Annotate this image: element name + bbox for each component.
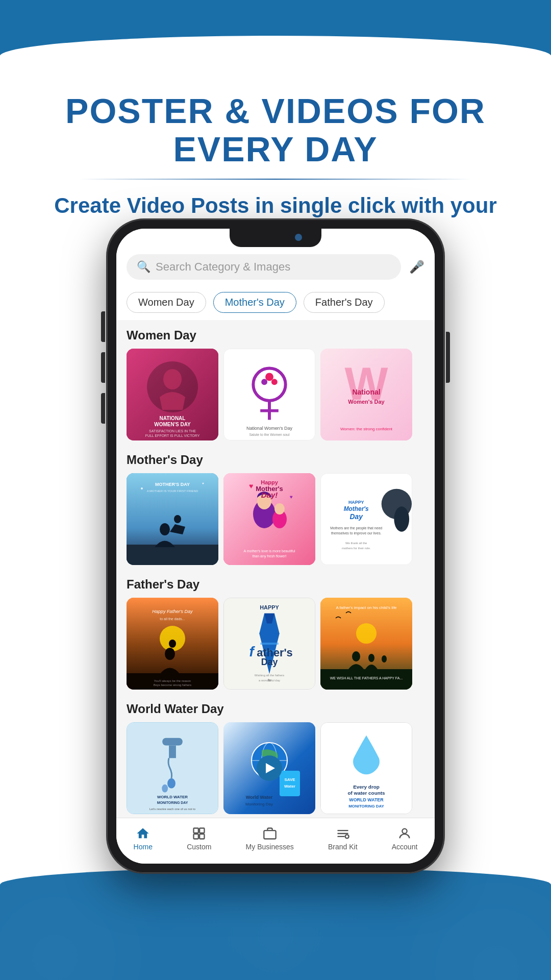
svg-text:A MOTHER IS YOUR FIRST FRIEND: A MOTHER IS YOUR FIRST FRIEND [147, 489, 198, 493]
svg-point-71 [356, 623, 377, 644]
svg-point-25 [141, 487, 143, 489]
svg-text:mothers for their role.: mothers for their role. [342, 547, 371, 550]
mic-icon[interactable]: 🎤 [409, 260, 424, 274]
nav-account[interactable]: Account [392, 826, 418, 851]
svg-text:WORLD WATER: WORLD WATER [349, 797, 384, 802]
svg-point-53 [165, 648, 175, 660]
svg-rect-104 [264, 830, 276, 839]
svg-point-54 [169, 640, 176, 648]
svg-point-26 [203, 483, 204, 484]
svg-text:Salute to the Women soul: Salute to the Women soul [249, 433, 290, 436]
svg-text:Water: Water [284, 784, 295, 789]
brandkit-icon [336, 826, 350, 841]
svg-text:Monitoring Day: Monitoring Day [245, 802, 273, 806]
screen-content[interactable]: 🔍 Search Category & Images 🎤 Women Day M… [116, 229, 435, 864]
svg-rect-90 [280, 771, 300, 796]
svg-point-11 [265, 373, 273, 381]
svg-text:HAPPY: HAPPY [348, 500, 364, 505]
svg-point-74 [382, 655, 387, 663]
nav-brandkit-label: Brand Kit [328, 843, 358, 851]
section-title-mothers: Mother's Day [127, 453, 424, 467]
svg-point-81 [167, 778, 176, 789]
home-icon [136, 826, 150, 841]
search-placeholder[interactable]: Search Category & Images [156, 260, 391, 274]
bg-wave [0, 36, 551, 77]
nav-account-label: Account [392, 843, 418, 851]
svg-point-82 [162, 785, 168, 793]
svg-text:We thank all the: We thank all the [345, 542, 367, 545]
svg-text:SAVE: SAVE [284, 777, 295, 782]
nav-brandkit[interactable]: Brand Kit [328, 826, 358, 851]
card-water-1[interactable]: WORLD WATER MONITORING DAY Let's resolve… [127, 722, 218, 814]
svg-rect-79 [162, 738, 183, 746]
svg-rect-103 [199, 834, 204, 839]
card-womens-1[interactable]: NATIONAL WOMEN'S DAY SATISFACTION LIES I… [127, 349, 218, 440]
svg-point-33 [274, 503, 285, 514]
nav-businesses[interactable]: My Businesses [246, 826, 294, 851]
svg-text:of water counts: of water counts [348, 790, 385, 796]
svg-text:National Women's Day: National Women's Day [246, 426, 292, 431]
svg-text:Happy Father's Day: Happy Father's Day [152, 609, 193, 614]
svg-text:Women: the strong confident: Women: the strong confident [340, 427, 393, 431]
notch [230, 229, 321, 247]
svg-text:MOTHER'S DAY: MOTHER'S DAY [155, 482, 190, 487]
filter-chip-fathers[interactable]: Father's Day [304, 292, 385, 313]
search-icon: 🔍 [137, 260, 151, 274]
svg-text:a wonderful day: a wonderful day [259, 679, 280, 682]
svg-text:SATISFACTION LIES IN THE: SATISFACTION LIES IN THE [149, 429, 196, 433]
phone-mockup: 🔍 Search Category & Images 🎤 Women Day M… [107, 219, 444, 873]
search-bar[interactable]: 🔍 Search Category & Images [127, 254, 401, 280]
card-mothers-3[interactable]: HAPPY Mother's Day Mothers are the peopl… [320, 473, 412, 565]
section-water-day: World Water Day [116, 694, 435, 818]
svg-rect-102 [194, 834, 198, 839]
svg-text:Day!: Day! [261, 491, 278, 499]
svg-text:FULL EFFORT IS FULL VICTORY: FULL EFFORT IS FULL VICTORY [145, 434, 200, 437]
play-button[interactable] [257, 755, 282, 781]
card-womens-3[interactable]: W National Women's Day Women: the strong… [320, 349, 412, 440]
svg-text:Mother's: Mother's [344, 505, 369, 512]
svg-point-105 [345, 835, 348, 838]
svg-text:WE WISH ALL THE FATHERS A HAPP: WE WISH ALL THE FATHERS A HAPPY FA... [330, 676, 403, 680]
svg-point-106 [402, 828, 407, 833]
section-title-water: World Water Day [127, 702, 424, 716]
svg-text:to all the dads...: to all the dads... [160, 617, 185, 621]
women-cards-row: NATIONAL WOMEN'S DAY SATISFACTION LIES I… [127, 349, 424, 440]
svg-text:Day: Day [261, 657, 278, 667]
svg-text:Every drop: Every drop [353, 784, 380, 790]
card-mothers-2[interactable]: ♥ ♥ Happy Mother's Day! A mother's love … [223, 473, 315, 565]
svg-text:WORLD WATER: WORLD WATER [157, 795, 188, 799]
card-water-3[interactable]: Every drop of water counts WORLD WATER M… [320, 722, 412, 814]
camera [295, 234, 302, 241]
svg-text:You'll always be the reason: You'll always be the reason [154, 679, 191, 682]
nav-custom-label: Custom [187, 843, 211, 851]
svg-text:MONITORING DAY: MONITORING DAY [157, 801, 188, 804]
card-fathers-1[interactable]: Happy Father's Day to all the dads... Yo… [127, 598, 218, 690]
filter-chip-women[interactable]: Women Day [127, 292, 206, 313]
svg-rect-78 [127, 723, 218, 814]
svg-text:Mothers are the people that ne: Mothers are the people that need [330, 526, 382, 530]
section-title-fathers: Father's Day [127, 577, 424, 592]
svg-point-24 [174, 515, 181, 523]
svg-text:Wishing all the fathers: Wishing all the fathers [255, 674, 284, 677]
section-title-women: Women Day [127, 328, 424, 342]
svg-text:♥: ♥ [249, 482, 253, 490]
nav-custom[interactable]: Custom [187, 826, 211, 851]
card-mothers-1[interactable]: MOTHER'S DAY A MOTHER IS YOUR FIRST FRIE… [127, 473, 218, 565]
nav-home[interactable]: Home [134, 826, 153, 851]
svg-rect-101 [199, 828, 204, 832]
svg-text:themselves to improve our live: themselves to improve our lives. [331, 531, 382, 535]
filter-row: Women Day Mother's Day Father's Day [116, 288, 435, 320]
play-icon [266, 763, 275, 773]
card-womens-2[interactable]: National Women's Day Salute to the Women… [223, 349, 315, 440]
svg-text:WOMEN'S DAY: WOMEN'S DAY [154, 422, 191, 427]
main-title: POSTER & VIDEOS FOR EVERY DAY [31, 92, 520, 168]
svg-text:Day: Day [350, 512, 364, 521]
svg-point-73 [368, 654, 374, 662]
card-water-2[interactable]: SAVE Water World Water Monitoring Day [223, 722, 315, 814]
card-fathers-3[interactable]: A father's impact on his child's life WE… [320, 598, 412, 690]
filter-chip-mothers[interactable]: Mother's Day [213, 292, 296, 313]
mothers-cards-row: MOTHER'S DAY A MOTHER IS YOUR FIRST FRIE… [127, 473, 424, 565]
card-fathers-2[interactable]: HAPPY fa f ather's Day Wishing all the f… [223, 598, 315, 690]
svg-text:NATIONAL: NATIONAL [160, 415, 186, 421]
svg-text:World Water: World Water [246, 795, 273, 800]
